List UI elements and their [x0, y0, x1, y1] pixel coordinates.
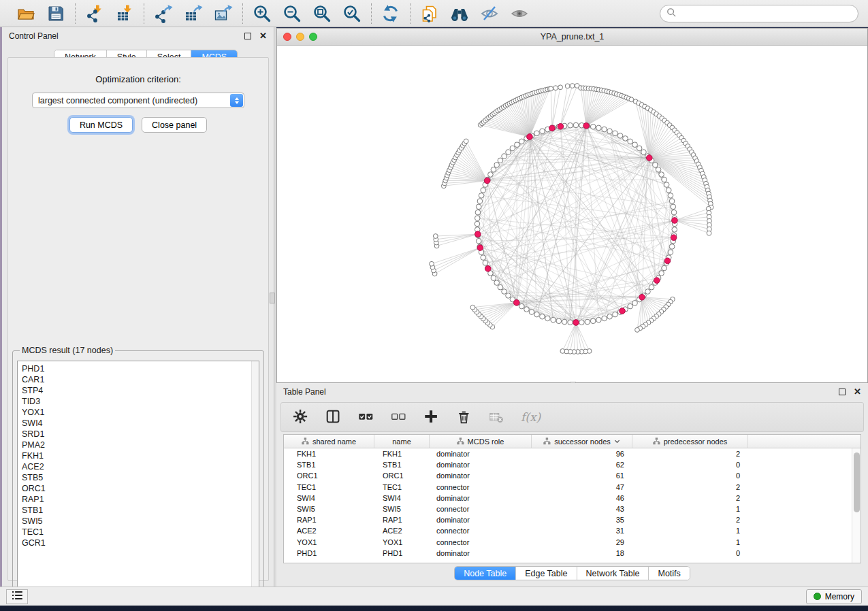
cell-role[interactable]: connector [430, 527, 532, 535]
cell-predecessors[interactable]: 1 [632, 538, 748, 546]
ring-node[interactable] [632, 142, 638, 148]
mcds-result-item[interactable]: SWI5 [22, 516, 259, 527]
ring-node[interactable] [628, 139, 633, 144]
cell-shared_name[interactable]: ACE2 [284, 527, 374, 535]
ring-node[interactable] [488, 172, 494, 178]
cell-name[interactable]: STB1 [374, 461, 430, 469]
ring-node[interactable] [645, 289, 651, 295]
leaf-node[interactable] [635, 327, 640, 332]
mcds-result-item[interactable]: GCR1 [22, 538, 259, 548]
ring-node[interactable] [659, 172, 664, 178]
close-panel-button[interactable]: Close panel [142, 117, 207, 133]
cell-shared_name[interactable]: FKH1 [284, 450, 374, 458]
ring-node[interactable] [534, 131, 540, 136]
ring-node[interactable] [502, 154, 507, 159]
mcds-result-item[interactable]: STB5 [22, 472, 259, 483]
cell-role[interactable]: dominator [430, 516, 532, 524]
leaf-node[interactable] [464, 139, 468, 144]
search-input[interactable] [680, 9, 852, 18]
cell-predecessors[interactable]: 1 [632, 527, 748, 535]
ring-node[interactable] [669, 244, 675, 250]
ring-node[interactable] [475, 210, 481, 215]
ring-node[interactable] [506, 150, 511, 155]
ring-node[interactable] [590, 124, 596, 129]
select-all-checks-button[interactable] [357, 408, 375, 426]
ring-node[interactable] [519, 139, 525, 144]
ring-node[interactable] [494, 280, 500, 286]
ring-node[interactable] [607, 129, 613, 134]
ring-node[interactable] [669, 199, 675, 204]
zoom-selected-button[interactable] [342, 3, 362, 24]
leaf-node[interactable] [560, 349, 565, 354]
cell-predecessors[interactable]: 2 [632, 483, 748, 491]
ring-node[interactable] [483, 261, 488, 266]
mcds-result-item[interactable]: PHD1 [22, 363, 259, 374]
ring-node[interactable] [534, 312, 540, 317]
mcds-result-item[interactable]: TID3 [22, 396, 259, 407]
ring-node[interactable] [515, 142, 520, 148]
delete-row-button[interactable] [455, 408, 473, 426]
cell-role[interactable]: connector [430, 538, 532, 546]
ring-node[interactable] [607, 314, 613, 319]
ring-node[interactable] [632, 301, 638, 306]
tab-node-table[interactable]: Node Table [455, 567, 516, 580]
leaf-node[interactable] [430, 261, 434, 266]
cell-name[interactable]: ACE2 [374, 527, 430, 535]
mcds-result-item[interactable]: STB1 [22, 505, 259, 516]
table-row-PHD1[interactable]: PHD1PHD1dominator180 [284, 548, 861, 559]
table-row-SWI4[interactable]: SWI4SWI4dominator462 [284, 493, 861, 503]
cell-predecessors[interactable]: 0 [632, 549, 748, 557]
ring-node[interactable] [568, 122, 573, 128]
ring-node[interactable] [529, 310, 534, 315]
table-row-YOX1[interactable]: YOX1YOX1connector291 [284, 537, 861, 548]
mcds-result-item[interactable]: TEC1 [22, 527, 259, 538]
mcds-result-item[interactable]: CAR1 [22, 374, 259, 385]
cell-role[interactable]: connector [430, 483, 532, 491]
cell-shared_name[interactable]: STB1 [284, 461, 374, 469]
cell-role[interactable]: connector [430, 505, 532, 513]
ring-node[interactable] [617, 133, 623, 139]
mcds-result-item[interactable]: FKH1 [22, 450, 259, 461]
cell-predecessors[interactable]: 2 [632, 494, 748, 502]
mcds-result-item[interactable]: SWI4 [22, 418, 259, 429]
show-all-button[interactable] [509, 3, 530, 24]
mcds-node[interactable] [664, 258, 671, 264]
ring-node[interactable] [579, 320, 585, 325]
tab-edge-table[interactable]: Edge Table [516, 567, 577, 580]
ring-node[interactable] [649, 284, 654, 290]
panel-divider-grip[interactable] [270, 293, 275, 303]
cell-shared_name[interactable]: ORC1 [284, 472, 374, 480]
ring-node[interactable] [479, 193, 484, 199]
clone-network-button[interactable] [419, 3, 440, 24]
ring-node[interactable] [568, 320, 573, 325]
ring-node[interactable] [551, 317, 556, 323]
leaf-node[interactable] [565, 84, 570, 88]
run-mcds-button[interactable]: Run MCDS [69, 117, 133, 133]
ring-node[interactable] [641, 150, 647, 155]
ring-node[interactable] [671, 204, 676, 210]
ring-node[interactable] [510, 146, 515, 151]
cell-shared_name[interactable]: YOX1 [284, 538, 374, 546]
mcds-result-item[interactable]: RAP1 [22, 494, 259, 505]
task-history-button[interactable] [6, 589, 28, 604]
mcds-result-list[interactable]: PHD1CAR1STP4TID3YOX1SWI4SRD1PMA2FKH1ACE2… [17, 361, 259, 591]
function-builder-button[interactable]: f(x) [521, 410, 541, 424]
cell-shared_name[interactable]: TEC1 [284, 483, 374, 491]
ring-node[interactable] [562, 319, 567, 325]
cell-successors[interactable]: 61 [532, 472, 632, 480]
ring-node[interactable] [653, 163, 658, 168]
table-row-TEC1[interactable]: TEC1TEC1connector472 [284, 482, 861, 493]
cell-name[interactable]: PHD1 [374, 549, 430, 557]
cell-predecessors[interactable]: 2 [632, 450, 748, 458]
ring-node[interactable] [475, 221, 480, 227]
ring-node[interactable] [477, 199, 483, 204]
leaf-node[interactable] [558, 85, 563, 90]
ring-node[interactable] [668, 193, 673, 199]
cell-shared_name[interactable]: SWI4 [284, 494, 374, 502]
mcds-node[interactable] [573, 320, 579, 326]
cell-successors[interactable]: 62 [532, 461, 632, 469]
cell-successors[interactable]: 47 [532, 483, 632, 491]
ring-node[interactable] [481, 188, 486, 193]
mcds-node[interactable] [646, 155, 652, 161]
mcds-node[interactable] [549, 125, 556, 131]
